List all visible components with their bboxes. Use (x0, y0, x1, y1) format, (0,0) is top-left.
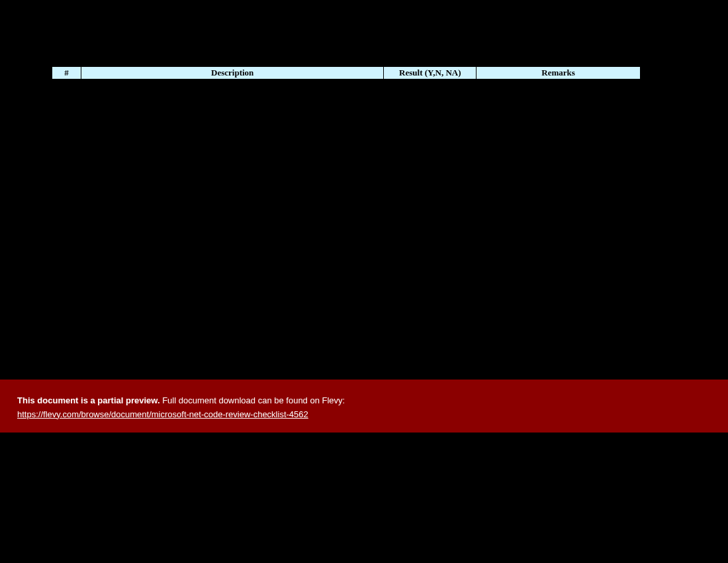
checklist-table: # Description Result (Y,N, NA) Remarks (52, 66, 641, 79)
banner-rest-text: Full document download can be found on F… (160, 395, 345, 405)
col-header-result: Result (Y,N, NA) (384, 67, 477, 79)
banner-bold-text: This document is a partial preview. (17, 395, 160, 405)
checklist-table-wrap: # Description Result (Y,N, NA) Remarks (52, 66, 641, 79)
col-header-description: Description (81, 67, 383, 79)
table-header-row: # Description Result (Y,N, NA) Remarks (52, 67, 641, 79)
preview-banner: This document is a partial preview. Full… (0, 380, 728, 433)
col-header-number: # (52, 67, 81, 79)
banner-link[interactable]: https://flevy.com/browse/document/micros… (17, 409, 308, 419)
col-header-remarks: Remarks (477, 67, 641, 79)
